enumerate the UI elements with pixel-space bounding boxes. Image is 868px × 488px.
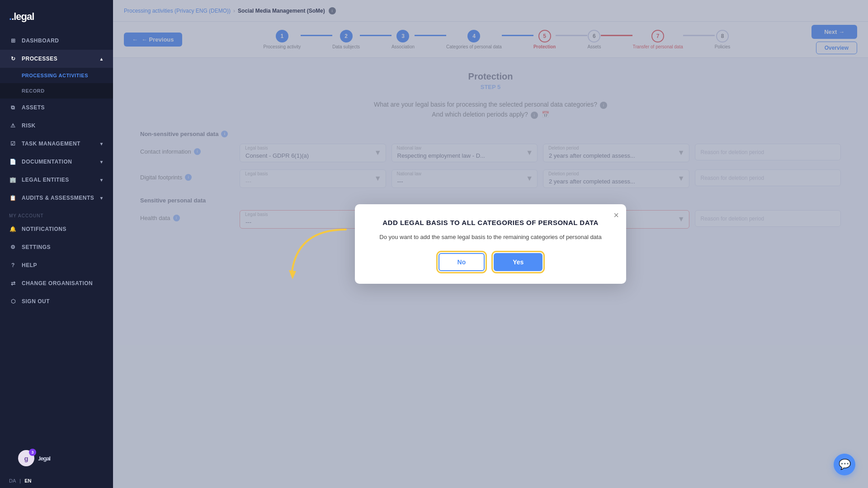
building-icon: 🏢 — [9, 176, 17, 184]
svg-marker-0 — [289, 270, 296, 279]
sidebar-item-assets[interactable]: ⧉ Assets — [0, 99, 113, 117]
sidebar-item-dashboard[interactable]: ⊞ Dashboard — [0, 32, 113, 50]
sidebar-item-documentation[interactable]: 📄 Documentation ▼ — [0, 153, 113, 171]
avatar-badge: 3 — [29, 449, 36, 456]
chevron-down-icon4: ▼ — [99, 196, 104, 201]
dialog-buttons: No Yes — [371, 253, 610, 271]
avatar-wrap: g 3 .legal — [9, 446, 59, 469]
dialog-close-button[interactable]: × — [613, 211, 619, 220]
log-out-icon: ⬡ — [9, 297, 17, 305]
sidebar-item-sign-out[interactable]: ⬡ Sign Out — [0, 292, 113, 310]
sidebar-item-risk[interactable]: ⚠ Risk — [0, 117, 113, 135]
dialog-yes-button[interactable]: Yes — [494, 253, 542, 271]
chevron-down-icon2: ▼ — [99, 160, 104, 164]
dialog: × ADD LEGAL BASIS TO ALL CATEGORIES OF P… — [355, 204, 626, 284]
settings-icon: ⚙ — [9, 243, 17, 251]
file-text-icon: 📄 — [9, 158, 17, 166]
arrow-annotation — [283, 221, 355, 293]
language-switcher: g 3 .legal — [0, 441, 113, 474]
sidebar-item-help[interactable]: ? Help — [0, 256, 113, 274]
chat-button[interactable]: 💬 — [834, 454, 855, 475]
dialog-title: ADD LEGAL BASIS TO ALL CATEGORIES OF PER… — [371, 219, 610, 226]
sidebar: ..legal ⊞ Dashboard ↻ Processes ▲ Proces… — [0, 0, 113, 488]
logo[interactable]: ..legal — [0, 0, 113, 32]
lang-selector: DA | EN — [0, 474, 113, 488]
sidebar-item-settings[interactable]: ⚙ Settings — [0, 238, 113, 256]
bell-icon: 🔔 — [9, 225, 17, 233]
sidebar-item-processing-activities[interactable]: Processing Activities — [0, 68, 113, 83]
sidebar-item-task-management[interactable]: ☑ Task Management ▼ — [0, 135, 113, 153]
sidebar-nav: ⊞ Dashboard ↻ Processes ▲ Processing Act… — [0, 32, 113, 441]
sidebar-item-change-org[interactable]: ⇄ Change Organisation — [0, 274, 113, 292]
dialog-body: Do you want to add the same legal basis … — [371, 233, 610, 242]
alert-icon: ⚠ — [9, 122, 17, 130]
chevron-down-icon3: ▼ — [99, 178, 104, 183]
sidebar-item-audits[interactable]: 📋 Audits & Assessments ▼ — [0, 189, 113, 207]
sidebar-sub-processes: Processing Activities Record — [0, 68, 113, 99]
avatar[interactable]: g 3 — [18, 450, 34, 466]
clipboard-icon: 📋 — [9, 194, 17, 202]
dialog-no-button[interactable]: No — [439, 253, 485, 271]
chevron-up-icon: ▲ — [99, 56, 104, 61]
main-content: Processing activities (Privacy ENG (DEMO… — [113, 0, 868, 488]
sidebar-item-processes[interactable]: ↻ Processes ▲ — [0, 50, 113, 68]
avatar-logo-text: .legal — [38, 455, 50, 462]
switch-icon: ⇄ — [9, 279, 17, 287]
my-account-section: My Account — [0, 207, 113, 220]
lang-en[interactable]: EN — [24, 478, 31, 483]
sidebar-item-record[interactable]: Record — [0, 83, 113, 99]
chevron-down-icon: ▼ — [99, 141, 104, 146]
refresh-icon: ↻ — [9, 55, 17, 63]
layers-icon: ⧉ — [9, 103, 17, 112]
grid-icon: ⊞ — [9, 37, 17, 45]
sidebar-item-notifications[interactable]: 🔔 Notifications — [0, 220, 113, 238]
modal-overlay: × ADD LEGAL BASIS TO ALL CATEGORIES OF P… — [113, 0, 868, 488]
help-circle-icon: ? — [9, 261, 17, 269]
check-square-icon: ☑ — [9, 140, 17, 148]
chat-icon: 💬 — [839, 459, 851, 470]
lang-da[interactable]: DA — [9, 478, 16, 483]
dialog-container: × ADD LEGAL BASIS TO ALL CATEGORIES OF P… — [355, 204, 626, 284]
sidebar-item-legal-entities[interactable]: 🏢 Legal Entities ▼ — [0, 171, 113, 189]
